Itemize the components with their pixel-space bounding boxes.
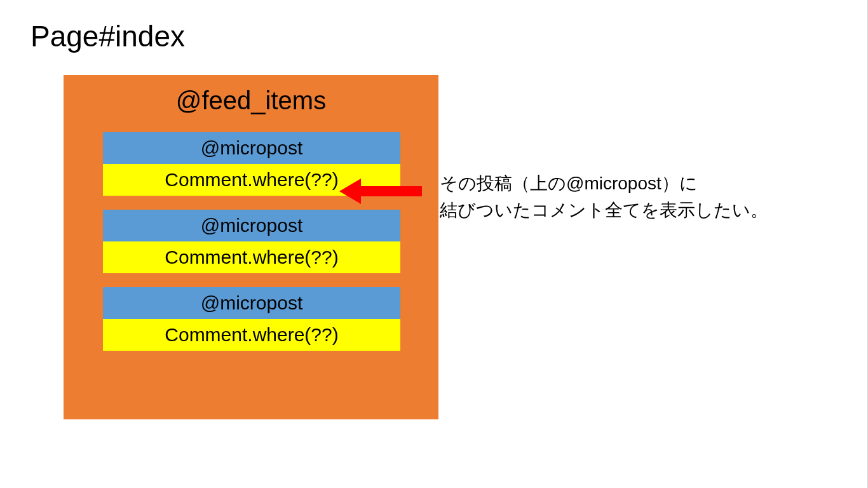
comment-row: Comment.where(??): [103, 241, 400, 273]
feed-items-title: @feed_items: [64, 75, 438, 121]
micropost-row: @micropost: [103, 132, 400, 164]
arrow-icon: [339, 179, 422, 204]
annotation-text: その投稿（上の@micropost）に 結びついたコメント全てを表示したい。: [440, 170, 768, 224]
micropost-row: @micropost: [103, 210, 400, 241]
page-title: Page#index: [31, 19, 185, 53]
micropost-row: @micropost: [103, 287, 400, 319]
feed-items-container: @feed_items @micropost Comment.where(??)…: [64, 75, 438, 419]
arrow-head: [339, 179, 361, 204]
comment-row: Comment.where(??): [103, 319, 400, 351]
feed-rows: @micropost Comment.where(??) @micropost …: [103, 132, 400, 351]
annotation-line: その投稿（上の@micropost）に: [440, 170, 768, 197]
row-gap: [103, 273, 400, 287]
arrow-shaft: [358, 186, 422, 196]
annotation-line: 結びついたコメント全てを表示したい。: [440, 197, 768, 224]
